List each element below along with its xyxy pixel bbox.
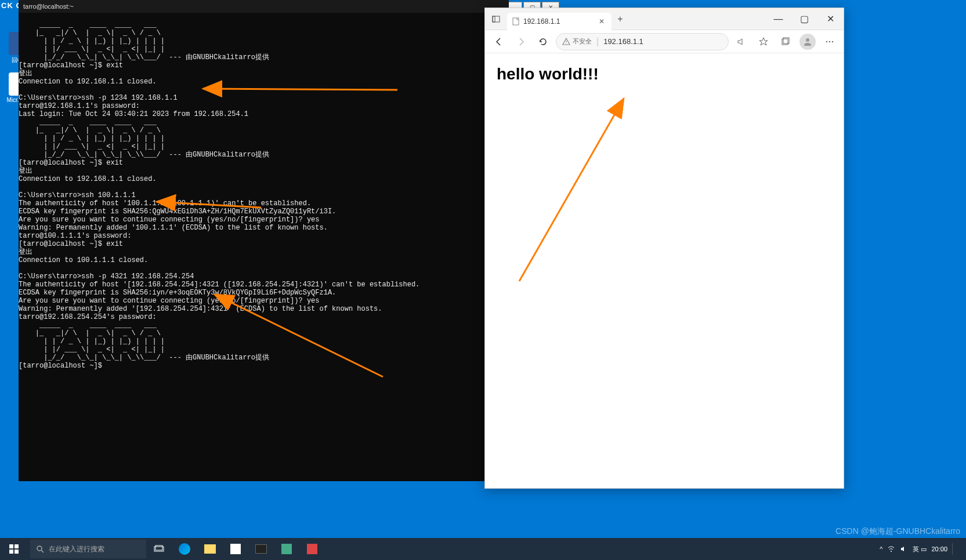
- terminal-line: Connection to 192.168.1.1 closed.: [19, 78, 157, 86]
- svg-rect-0: [493, 16, 500, 22]
- terminal-window[interactable]: tarro@localhost:~ _____ _ ____ ____ ___ …: [19, 0, 509, 481]
- svg-point-7: [806, 38, 809, 42]
- minimize-button[interactable]: —: [765, 8, 791, 30]
- terminal-line: Are you sure you want to continue connec…: [19, 297, 319, 305]
- svg-rect-17: [15, 544, 19, 548]
- tab-actions-button[interactable]: [485, 8, 507, 30]
- svg-rect-19: [15, 550, 19, 554]
- maximize-button[interactable]: ▢: [791, 8, 817, 30]
- page-heading: hello world!!!: [497, 65, 832, 83]
- system-tray[interactable]: ^ 英 ▭ 20:00: [880, 543, 966, 555]
- profile-button[interactable]: [798, 32, 817, 51]
- network-icon[interactable]: [887, 545, 895, 553]
- security-text: 不安全: [573, 37, 592, 46]
- back-icon: [494, 37, 504, 46]
- task-item-app2[interactable]: [299, 538, 325, 560]
- terminal-line: C:\Users\tarro>ssh 100.1.1.1: [19, 191, 136, 199]
- terminal-content[interactable]: _____ _ ____ ____ ___ |_ _|/ \ | _ \| _ …: [19, 13, 509, 378]
- svg-rect-2: [513, 18, 519, 25]
- svg-line-21: [41, 550, 44, 552]
- tab-title: 192.168.1.1: [523, 17, 560, 26]
- collections-icon: [781, 37, 790, 46]
- forward-icon: [516, 37, 526, 46]
- favorites-button[interactable]: [754, 32, 773, 51]
- tab-close-button[interactable]: ✕: [596, 16, 607, 27]
- svg-rect-1: [493, 16, 495, 22]
- address-bar[interactable]: 不安全 |: [556, 33, 729, 50]
- taskbar[interactable]: 在此键入进行搜索 ^ 英 ▭ 20:00: [0, 538, 966, 560]
- separator: |: [596, 37, 599, 47]
- svg-rect-18: [9, 550, 13, 554]
- svg-point-9: [829, 41, 830, 42]
- tab-actions-icon: [492, 15, 500, 23]
- terminal-line: Last login: Tue Oct 24 03:40:21 2023 fro…: [19, 110, 248, 118]
- tray-expand-icon[interactable]: ^: [880, 546, 882, 552]
- credit-text-3: --- 由GNUBHCkalitarro提供: [169, 354, 269, 362]
- page-icon: [512, 17, 520, 26]
- terminal-line: Are you sure you want to continue connec…: [19, 216, 319, 224]
- search-icon: [36, 545, 44, 553]
- refresh-icon: [538, 37, 548, 46]
- terminal-titlebar[interactable]: tarro@localhost:~: [19, 0, 509, 13]
- terminal-line: Warning: Permanently added '100.1.1.1' (…: [19, 224, 328, 232]
- terminal-line: [tarro@localhost ~]$ exit: [19, 61, 123, 70]
- browser-toolbar: 不安全 |: [485, 30, 844, 53]
- terminal-line: tarro@100.1.1.1's password:: [19, 232, 131, 240]
- refresh-button[interactable]: [534, 32, 552, 51]
- taskview-button[interactable]: [146, 538, 172, 560]
- terminal-line: 登出: [19, 248, 32, 256]
- terminal-line: The authenticity of host '100.1.1.1 (100…: [19, 199, 311, 208]
- watermark: CSDN @鲍海超-GNUBHCkalitarro: [835, 526, 960, 537]
- browser-tab[interactable]: 192.168.1.1 ✕: [507, 13, 612, 30]
- terminal-line: tarro@192.168.254.254's password:: [19, 313, 157, 321]
- terminal-line: ECDSA key fingerprint is SHA256:QgWU4xEG…: [19, 208, 336, 216]
- task-item-terminal[interactable]: [248, 538, 274, 560]
- security-badge[interactable]: 不安全: [562, 37, 592, 46]
- store-icon: [230, 544, 241, 554]
- svg-point-10: [832, 41, 833, 42]
- search-placeholder: 在此键入进行搜索: [49, 544, 104, 554]
- task-item-app1[interactable]: [274, 538, 299, 560]
- ime-text[interactable]: 英 ▭: [913, 545, 927, 554]
- windows-icon: [9, 544, 19, 554]
- terminal-taskbar-icon: [255, 544, 267, 554]
- clock[interactable]: 20:00: [931, 546, 947, 552]
- terminal-line: [tarro@localhost ~]$ exit: [19, 159, 123, 167]
- credit-text-1: --- 由GNUBHCkalitarro提供: [169, 53, 269, 61]
- terminal-line: The authenticity of host '[192.168.254.2…: [19, 281, 419, 289]
- terminal-title: tarro@localhost:~: [23, 3, 74, 10]
- terminal-line: C:\Users\tarro>ssh -p 1234 192.168.1.1: [19, 94, 178, 102]
- collections-button[interactable]: [776, 32, 795, 51]
- read-aloud-icon: [737, 37, 746, 46]
- url-input[interactable]: [603, 37, 722, 46]
- ascii-art-1: _____ _ ____ ____ ___ |_ _|/ \ | _ \| _ …: [19, 21, 165, 61]
- credit-text-2: --- 由GNUBHCkalitarro提供: [169, 151, 269, 159]
- volume-icon[interactable]: [900, 545, 908, 553]
- warning-icon: [562, 38, 570, 46]
- browser-titlebar[interactable]: 192.168.1.1 ✕ + — ▢ ✕: [485, 8, 844, 30]
- new-tab-button[interactable]: +: [612, 14, 629, 24]
- edge-taskbar-icon: [179, 543, 190, 555]
- window-controls: — ▢ ✕: [765, 8, 844, 30]
- terminal-line: Connection to 192.168.1.1 closed.: [19, 175, 157, 183]
- task-item-store[interactable]: [223, 538, 248, 560]
- browser-window[interactable]: 192.168.1.1 ✕ + — ▢ ✕ 不安全 |: [484, 8, 844, 489]
- back-button[interactable]: [490, 32, 508, 51]
- read-aloud-button[interactable]: [732, 32, 751, 51]
- show-desktop-button[interactable]: [952, 543, 960, 555]
- close-button[interactable]: ✕: [817, 8, 844, 30]
- star-icon: [759, 37, 768, 46]
- taskbar-search[interactable]: 在此键入进行搜索: [30, 540, 146, 558]
- start-button[interactable]: [0, 538, 28, 560]
- forward-button[interactable]: [512, 32, 530, 51]
- task-item-explorer[interactable]: [197, 538, 223, 560]
- svg-rect-16: [9, 544, 13, 548]
- app-icon: [281, 544, 292, 554]
- terminal-line: 登出: [19, 70, 32, 78]
- task-item-edge[interactable]: [172, 538, 197, 560]
- terminal-line: [tarro@localhost ~]$: [19, 362, 102, 370]
- terminal-line: 登出: [19, 167, 32, 175]
- svg-rect-23: [155, 546, 162, 550]
- terminal-line: ECDSA key fingerprint is SHA256:iyn/e+3o…: [19, 289, 336, 297]
- menu-button[interactable]: [820, 32, 839, 51]
